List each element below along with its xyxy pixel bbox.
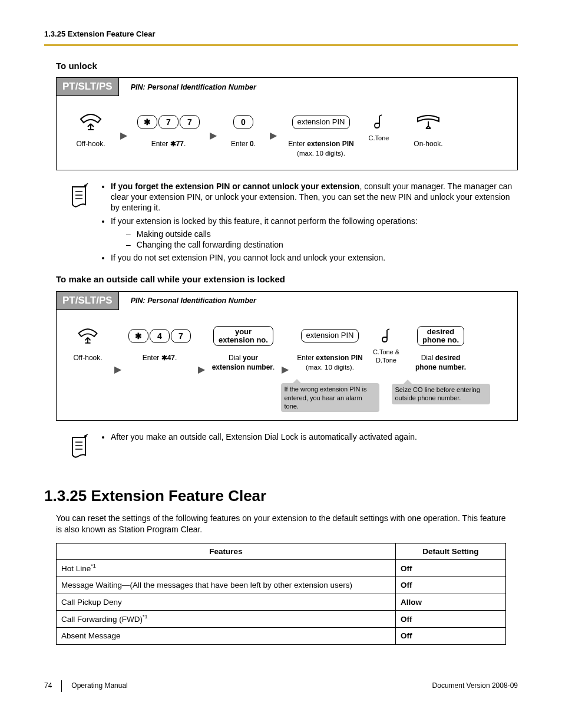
- svg-line-9: [85, 434, 88, 436]
- offhook-icon: [76, 324, 100, 348]
- note-subitem: Changing the call forwarding destination: [126, 239, 518, 250]
- feature-cell: Message Waiting—(All the messages that h…: [57, 577, 396, 594]
- feature-cell: Absent Message: [57, 628, 396, 645]
- enter-pin-label: Enter extension PIN: [297, 354, 362, 363]
- table-row: Message Waiting—(All the messages that h…: [57, 577, 506, 594]
- keys-77: ✱77: [137, 110, 200, 134]
- page-header: 1.3.25 Extension Feature Clear: [44, 29, 518, 39]
- pin-digits-label: (max. 10 digits).: [297, 149, 345, 158]
- outcall-procedure: PT/SLT/PS PIN: Personal Identification N…: [56, 291, 518, 421]
- unlock-procedure: PT/SLT/PS PIN: Personal Identification N…: [56, 77, 518, 170]
- ctone-icon: [373, 110, 384, 134]
- enter-47-label: Enter ✱47.: [143, 354, 177, 363]
- header-rule: [44, 44, 518, 46]
- enter-0-label: Enter 0.: [231, 140, 256, 149]
- note-icon: [68, 431, 94, 462]
- col-features: Features: [57, 543, 396, 560]
- notes-block-2: After you make an outside call, Extensio…: [68, 431, 518, 462]
- seize-co-callout: Seize CO line before entering outside ph…: [392, 384, 490, 404]
- unlock-heading: To unlock: [56, 60, 518, 72]
- tone-label: C.Tone & D.Tone: [370, 348, 402, 365]
- table-row: Call Pickup DenyAllow: [57, 594, 506, 611]
- manual-name: Operating Manual: [71, 681, 127, 691]
- features-table: Features Default Setting Hot Line*1OffMe…: [56, 543, 506, 645]
- keys-47: ✱47: [128, 324, 191, 348]
- enter-77-label: Enter ✱77.: [151, 140, 186, 149]
- arrow-icon: ▶: [270, 126, 277, 142]
- outcall-heading: To make an outside call while your exten…: [56, 274, 518, 285]
- offhook-label: Off-hook.: [76, 140, 105, 149]
- default-cell: Off: [396, 560, 506, 577]
- device-tag: PT/SLT/PS: [57, 292, 119, 310]
- svg-line-4: [85, 183, 88, 186]
- default-cell: Off: [396, 577, 506, 594]
- col-default: Default Setting: [396, 543, 506, 560]
- note-item: After you make an outside call, Extensio…: [111, 431, 417, 442]
- offhook-icon: [78, 110, 104, 134]
- default-cell: Off: [396, 611, 506, 628]
- extension-pin-box: extension PIN: [301, 329, 359, 342]
- desired-phone-box: desiredphone no.: [417, 326, 464, 347]
- pin-definition: PIN: Personal Identification Number: [119, 294, 268, 308]
- ctone-label: C.Tone: [369, 134, 389, 142]
- doc-version: Document Version 2008-09: [432, 681, 518, 691]
- onhook-label: On-hook.: [414, 140, 442, 149]
- arrow-icon: ▶: [210, 126, 217, 142]
- onhook-icon: [414, 110, 442, 134]
- arrow-icon: ▶: [198, 360, 205, 376]
- default-cell: Off: [396, 628, 506, 645]
- your-ext-box: yourextension no.: [213, 326, 273, 347]
- note-icon: [68, 181, 94, 265]
- dial-ext-label: Dial your extension number.: [212, 354, 275, 372]
- note-item: If your extension is locked by this feat…: [111, 216, 518, 251]
- extension-pin-box: extension PIN: [292, 116, 351, 129]
- wrong-pin-callout: If the wrong extension PIN is entered, y…: [281, 383, 379, 412]
- note-item: If you forget the extension PIN or canno…: [111, 181, 518, 213]
- table-row: Absent MessageOff: [57, 628, 506, 645]
- pin-digits-label: (max. 10 digits).: [306, 363, 354, 372]
- device-tag: PT/SLT/PS: [57, 78, 119, 96]
- feature-cell: Call Pickup Deny: [57, 594, 396, 611]
- table-row: Hot Line*1Off: [57, 560, 506, 577]
- key-0: 0: [233, 110, 254, 134]
- enter-pin-label: Enter extension PIN: [288, 140, 353, 149]
- table-row: Call Forwarding (FWD)*1Off: [57, 611, 506, 628]
- page-footer: 74 Operating Manual Document Version 200…: [44, 680, 518, 692]
- tone-icon: [381, 324, 392, 348]
- arrow-icon: ▶: [114, 360, 121, 376]
- feature-cell: Call Forwarding (FWD)*1: [57, 611, 396, 628]
- section-title: 1.3.25 Extension Feature Clear: [44, 486, 518, 506]
- section-intro: You can reset the settings of the follow…: [56, 513, 506, 534]
- default-cell: Allow: [396, 594, 506, 611]
- dial-desired-label: Dial desired phone number.: [415, 354, 466, 372]
- note-subitem: Making outside calls: [126, 229, 518, 239]
- page-number: 74: [44, 681, 52, 691]
- arrow-icon: ▶: [120, 126, 127, 142]
- note-item: If you do not set extension PIN, you can…: [111, 252, 518, 263]
- pin-definition: PIN: Personal Identification Number: [119, 80, 268, 94]
- feature-cell: Hot Line*1: [57, 560, 396, 577]
- arrow-icon: ▶: [282, 360, 289, 376]
- offhook-label: Off-hook.: [73, 354, 102, 363]
- notes-block-1: If you forget the extension PIN or canno…: [68, 181, 518, 265]
